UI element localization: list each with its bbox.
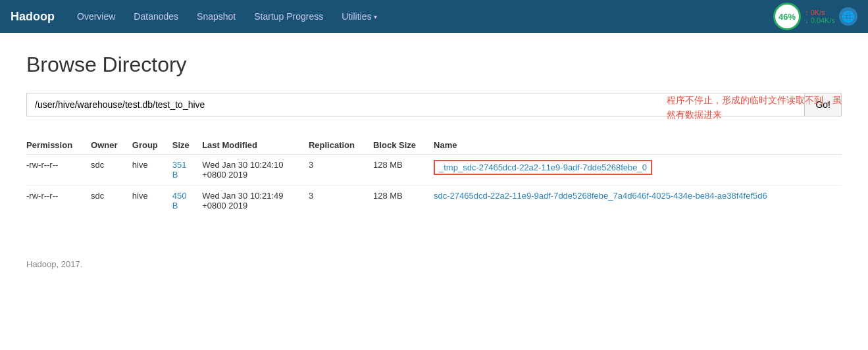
footer-text: Hadoop, 2017. — [26, 259, 82, 269]
globe-icon: 🌐 — [839, 7, 857, 26]
status-widget: 46% ↑ 0K/s ↓ 0.04K/s 🌐 — [773, 3, 857, 30]
cell-permission: -rw-r--r-- — [26, 155, 91, 186]
annotation-line2: 然有数据进来 — [667, 107, 842, 122]
nav-links: Overview Datanodes Snapshot Startup Prog… — [68, 0, 773, 33]
upload-speed: ↑ 0K/s — [805, 9, 835, 16]
up-arrow-icon: ↑ — [805, 9, 809, 16]
footer: Hadoop, 2017. — [0, 249, 868, 280]
col-header-block-size: Block Size — [373, 136, 434, 155]
chevron-down-icon: ▾ — [374, 13, 377, 20]
col-header-permission: Permission — [26, 136, 91, 155]
nav-link-utilities[interactable]: Utilities ▾ — [332, 0, 386, 33]
cell-name: _tmp_sdc-27465dcd-22a2-11e9-9adf-7dde526… — [434, 155, 842, 186]
table-row: -rw-r--r-- sdc hive 450B Wed Jan 30 10:2… — [26, 186, 842, 216]
navbar: Hadoop Overview Datanodes Snapshot Start… — [0, 0, 868, 33]
directory-table: Permission Owner Group Size Last Modifie… — [26, 136, 842, 216]
cell-owner: sdc — [91, 155, 132, 186]
col-header-replication: Replication — [309, 136, 373, 155]
download-speed: ↓ 0.04K/s — [805, 16, 835, 24]
navbar-brand[interactable]: Hadoop — [11, 10, 55, 24]
nav-link-snapshot[interactable]: Snapshot — [188, 0, 245, 33]
cell-size: 351B — [172, 155, 202, 186]
cell-group: hive — [132, 186, 172, 216]
nav-link-overview[interactable]: Overview — [68, 0, 124, 33]
col-header-name: Name — [434, 136, 842, 155]
nav-link-startup-progress[interactable]: Startup Progress — [245, 0, 332, 33]
table-section: 程序不停止，形成的临时文件读取不到，虽 然有数据进来 Permission Ow… — [26, 132, 842, 216]
col-header-last-modified: Last Modified — [202, 136, 309, 155]
file-link[interactable]: sdc-27465dcd-22a2-11e9-9adf-7dde5268febe… — [434, 191, 767, 201]
cell-permission: -rw-r--r-- — [26, 186, 91, 216]
cell-owner: sdc — [91, 186, 132, 216]
col-header-owner: Owner — [91, 136, 132, 155]
traffic-stats: ↑ 0K/s ↓ 0.04K/s — [805, 9, 835, 24]
cell-replication: 3 — [309, 186, 373, 216]
nav-link-datanodes[interactable]: Datanodes — [124, 0, 188, 33]
cell-name: sdc-27465dcd-22a2-11e9-9adf-7dde5268febe… — [434, 186, 842, 216]
file-link-highlighted[interactable]: _tmp_sdc-27465dcd-22a2-11e9-9adf-7dde526… — [434, 160, 652, 175]
cell-last-modified: Wed Jan 30 10:21:49+0800 2019 — [202, 186, 309, 216]
cell-size: 450B — [172, 186, 202, 216]
cell-replication: 3 — [309, 155, 373, 186]
annotation-line1: 程序不停止，形成的临时文件读取不到，虽 — [667, 93, 842, 107]
cell-group: hive — [132, 155, 172, 186]
table-row: -rw-r--r-- sdc hive 351B Wed Jan 30 10:2… — [26, 155, 842, 186]
percent-circle: 46% — [773, 3, 801, 30]
utilities-label: Utilities — [342, 11, 371, 22]
col-header-group: Group — [132, 136, 172, 155]
cell-last-modified: Wed Jan 30 10:24:10+0800 2019 — [202, 155, 309, 186]
down-arrow-icon: ↓ — [805, 16, 809, 24]
cell-block-size: 128 MB — [373, 186, 434, 216]
main-content: Browse Directory Go! 程序不停止，形成的临时文件读取不到，虽… — [0, 33, 868, 236]
annotation: 程序不停止，形成的临时文件读取不到，虽 然有数据进来 — [667, 93, 842, 122]
cell-block-size: 128 MB — [373, 155, 434, 186]
page-title: Browse Directory — [26, 53, 842, 77]
col-header-size: Size — [172, 136, 202, 155]
